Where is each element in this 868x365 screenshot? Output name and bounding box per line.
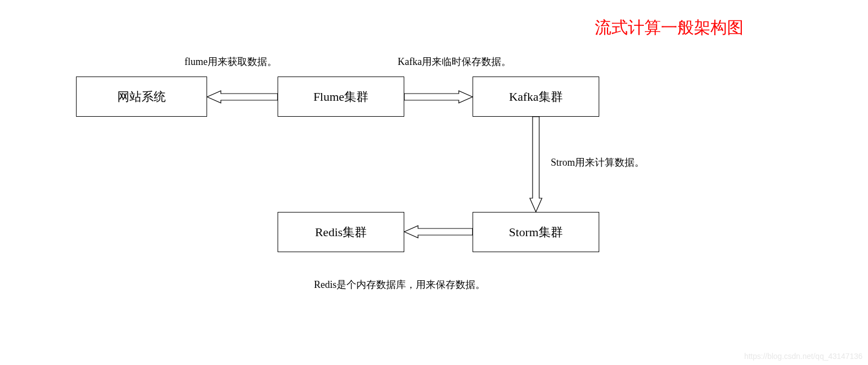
diagram-title: 流式计算一般架构图: [595, 17, 744, 39]
redis-box: Redis集群: [278, 212, 404, 252]
redis-caption: Redis是个内存数据库，用来保存数据。: [314, 278, 485, 291]
flume-caption: flume用来获取数据。: [185, 55, 277, 68]
arrow-flume-to-website: [207, 91, 278, 103]
flume-box: Flume集群: [278, 77, 404, 117]
storm-caption: Strom用来计算数据。: [551, 156, 644, 169]
website-box: 网站系统: [76, 77, 207, 117]
kafka-caption: Kafka用来临时保存数据。: [398, 55, 511, 68]
storm-box: Storm集群: [473, 212, 599, 252]
arrow-flume-to-kafka: [404, 91, 473, 103]
arrow-kafka-to-storm: [530, 117, 542, 212]
arrow-storm-to-redis: [404, 226, 473, 238]
kafka-box: Kafka集群: [473, 77, 599, 117]
watermark: https://blog.csdn.net/qq_43147136: [744, 352, 862, 361]
